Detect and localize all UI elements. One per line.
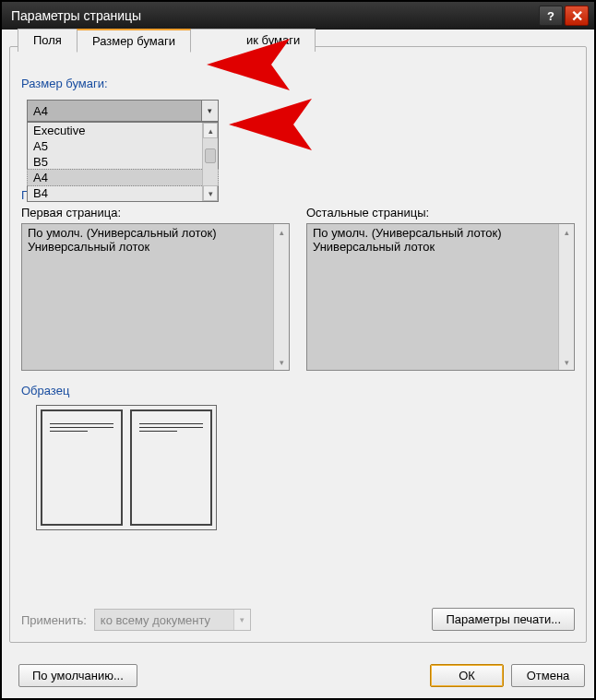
print-options-button[interactable]: Параметры печати...	[432, 608, 575, 631]
paper-size-value: A4	[28, 104, 201, 118]
tab-strip: Поля Размер бумаги ик бумаги	[18, 29, 315, 52]
paper-size-combo-wrap: A4 ▾ Executive A5 B5 A4 B4 ▴ ▾	[27, 100, 219, 122]
list-item[interactable]: По умолч. (Универсальный лоток)	[28, 226, 270, 240]
paper-size-option[interactable]: B5	[28, 154, 218, 170]
scroll-up-icon[interactable]: ▴	[274, 224, 289, 240]
scroll-down-icon[interactable]: ▾	[559, 354, 574, 370]
paper-size-option[interactable]: Executive	[28, 123, 218, 138]
paper-size-drop-button[interactable]: ▾	[201, 101, 218, 121]
apply-drop-button: ▾	[233, 610, 250, 630]
other-pages-listbox[interactable]: По умолч. (Универсальный лоток) Универса…	[306, 223, 575, 371]
print-options-wrap: Параметры печати...	[432, 608, 575, 631]
tab-paper-source[interactable]: ик бумаги	[190, 29, 316, 52]
sample-section: Образец	[21, 384, 575, 530]
scroll-down-icon[interactable]: ▾	[274, 354, 289, 370]
other-pages-label: Остальные страницы:	[306, 206, 575, 219]
first-page-col: Первая страница: По умолч. (Универсальны…	[21, 206, 290, 371]
paper-size-dropdown[interactable]: Executive A5 B5 A4 B4 ▴ ▾	[27, 122, 219, 202]
ok-button[interactable]: ОК	[430, 664, 504, 687]
first-page-listbox[interactable]: По умолч. (Универсальный лоток) Универса…	[21, 223, 290, 371]
paper-sources-row: Первая страница: По умолч. (Универсальны…	[21, 206, 575, 371]
sample-page-right	[130, 409, 212, 526]
dialog-buttons: По умолчанию... ОК Отмена	[11, 664, 585, 687]
tab-fields[interactable]: Поля	[18, 29, 77, 52]
sample-label: Образец	[21, 384, 575, 397]
tab-paper-size[interactable]: Размер бумаги	[77, 29, 191, 53]
apply-combo: ко всему документу ▾	[94, 609, 251, 631]
scroll-up-icon[interactable]: ▴	[203, 123, 218, 138]
paper-size-option[interactable]: A5	[28, 138, 218, 154]
listbox-scrollbar[interactable]: ▴ ▾	[558, 224, 574, 370]
list-item[interactable]: Универсальный лоток	[313, 240, 555, 254]
paper-size-option[interactable]: A4	[27, 169, 219, 186]
window-title: Параметры страницы	[7, 8, 537, 23]
scroll-thumb[interactable]	[205, 148, 216, 163]
default-button[interactable]: По умолчанию...	[18, 664, 137, 687]
apply-label: Применить:	[21, 613, 87, 627]
cancel-button[interactable]: Отмена	[511, 664, 585, 687]
apply-row: Применить: ко всему документу ▾	[21, 609, 251, 631]
close-button[interactable]: ✕	[565, 6, 589, 26]
main-panel: Поля Размер бумаги ик бумаги Размер бума…	[9, 46, 587, 643]
other-pages-col: Остальные страницы: По умолч. (Универсал…	[306, 206, 575, 371]
scroll-down-icon[interactable]: ▾	[203, 185, 218, 201]
scroll-up-icon[interactable]: ▴	[559, 224, 574, 240]
paper-size-label: Размер бумаги:	[21, 77, 575, 90]
page-setup-window: Параметры страницы ? ✕ Поля Размер бумаг…	[0, 0, 596, 700]
first-page-label: Первая страница:	[21, 206, 290, 219]
sample-page-left	[41, 409, 123, 526]
sample-preview	[36, 405, 217, 530]
paper-size-option[interactable]: B4	[28, 185, 218, 201]
chevron-down-icon: ▾	[240, 615, 244, 624]
help-button[interactable]: ?	[539, 6, 563, 26]
list-item[interactable]: По умолч. (Универсальный лоток)	[313, 226, 555, 240]
content-area: Поля Размер бумаги ик бумаги Размер бума…	[2, 30, 594, 698]
apply-value: ко всему документу	[95, 613, 233, 627]
list-item[interactable]: Универсальный лоток	[28, 240, 270, 254]
listbox-scrollbar[interactable]: ▴ ▾	[273, 224, 289, 370]
paper-size-combo[interactable]: A4 ▾	[27, 100, 219, 122]
chevron-down-icon: ▾	[208, 106, 212, 115]
titlebar: Параметры страницы ? ✕	[2, 2, 594, 30]
dropdown-scrollbar[interactable]: ▴ ▾	[202, 123, 218, 201]
